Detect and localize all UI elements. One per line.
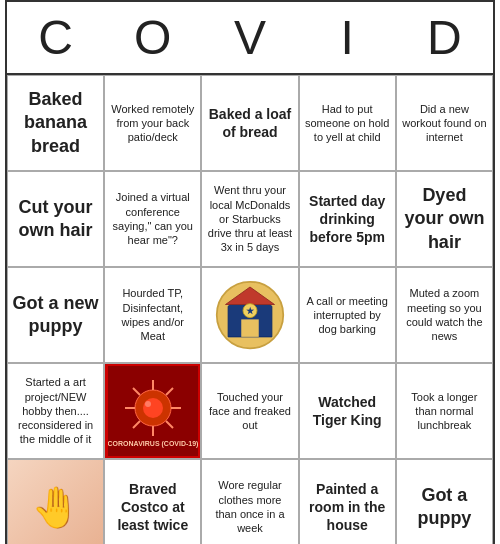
cell-3-4[interactable]: Took a longer than normal lunchbreak [396,363,493,459]
bingo-card: C O V I D Baked banana bread Worked remo… [5,0,495,544]
coronavirus-image: CORONAVIRUS (COVID-19) [105,364,200,458]
cell-1-1[interactable]: Joined a virtual conference saying," can… [104,171,201,267]
cell-4-2[interactable]: Wore regular clothes more than once in a… [201,459,298,544]
cell-1-2[interactable]: Went thru your local McDonalds or Starbu… [201,171,298,267]
cell-2-0[interactable]: Got a new puppy [7,267,104,363]
svg-text:★: ★ [246,306,255,316]
cell-0-1[interactable]: Worked remotely from your back patio/dec… [104,75,201,171]
cell-1-4[interactable]: Dyed your own hair [396,171,493,267]
cell-1-3[interactable]: Started day drinking before 5pm [299,171,396,267]
header-letter-i: I [302,10,392,65]
cell-3-0[interactable]: Started a art project/NEW hobby then....… [7,363,104,459]
bingo-grid: Baked banana bread Worked remotely from … [7,75,493,544]
cell-4-4[interactable]: Got a puppy [396,459,493,544]
bingo-header: C O V I D [7,2,493,75]
cell-4-1[interactable]: Braved Costco at least twice [104,459,201,544]
header-letter-o: O [108,10,198,65]
free-space-icon: ★ [215,280,285,350]
cell-1-0[interactable]: Cut your own hair [7,171,104,267]
cell-0-2[interactable]: Baked a loaf of bread [201,75,298,171]
svg-point-17 [145,401,151,407]
cell-2-1[interactable]: Hourded TP, Disinfectant, wipes and/or M… [104,267,201,363]
hand-image: 🤚 [8,460,103,544]
cell-4-3[interactable]: Painted a room in the house [299,459,396,544]
cell-0-3[interactable]: Had to put someone on hold to yell at ch… [299,75,396,171]
cell-2-3[interactable]: A call or meeting interrupted by dog bar… [299,267,396,363]
cell-3-1[interactable]: CORONAVIRUS (COVID-19) [104,363,201,459]
cell-4-0[interactable]: 🤚 [7,459,104,544]
cell-3-2[interactable]: Touched your face and freaked out [201,363,298,459]
cell-0-4[interactable]: Did a new workout found on internet [396,75,493,171]
svg-point-16 [143,398,163,418]
header-letter-c: C [11,10,101,65]
header-letter-v: V [205,10,295,65]
cell-2-4[interactable]: Muted a zoom meeting so you could watch … [396,267,493,363]
cell-3-3[interactable]: Watched Tiger King [299,363,396,459]
header-letter-d: D [399,10,489,65]
cell-0-0[interactable]: Baked banana bread [7,75,104,171]
cell-2-2-free[interactable]: ★ [201,267,298,363]
svg-rect-2 [241,319,259,337]
svg-text:CORONAVIRUS (COVID-19): CORONAVIRUS (COVID-19) [108,440,198,448]
